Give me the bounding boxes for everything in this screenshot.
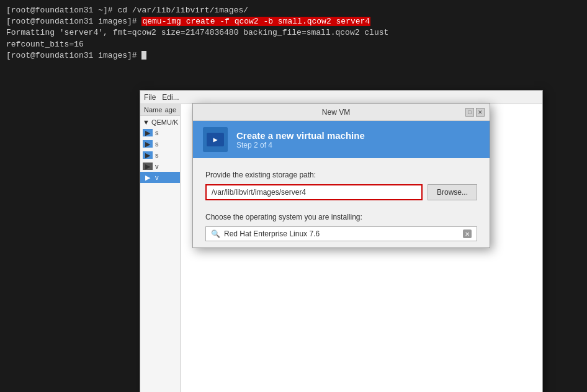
terminal-line-4: refcount_bits=16 <box>6 39 581 50</box>
terminal-line-5: [root@foundation31 images]# <box>6 50 581 61</box>
dialog-maximize-button[interactable]: □ <box>465 108 474 117</box>
virt-manager-window: File Edi... Name age ▼ QEMU/K ▶ s ▶ s <box>140 90 543 392</box>
path-row: Browse... <box>205 184 477 200</box>
storage-path-input[interactable] <box>205 184 423 200</box>
new-vm-dialog: New VM □ ✕ Create a new virtual machine … <box>192 103 490 248</box>
terminal-cursor <box>141 51 146 60</box>
dialog-header-title: Create a new virtual machine <box>236 130 365 141</box>
dialog-header-subtitle: Step 2 of 4 <box>236 141 365 149</box>
monitor-icon <box>207 133 224 146</box>
dialog-close-button[interactable]: ✕ <box>476 108 485 117</box>
dialog-title: New VM <box>207 108 465 117</box>
os-input[interactable] <box>224 229 459 238</box>
dialog-header-text: Create a new virtual machine Step 2 of 4 <box>236 130 365 149</box>
dialog-overlay: New VM □ ✕ Create a new virtual machine … <box>140 91 542 392</box>
dialog-titlebar: New VM □ ✕ <box>193 104 490 121</box>
dialog-body: Provide the existing storage path: Brows… <box>193 158 490 247</box>
terminal-line-3: Formatting 'server4', fmt=qcow2 size=214… <box>6 27 581 38</box>
storage-label: Provide the existing storage path: <box>205 171 477 179</box>
os-input-row: 🔍 ✕ <box>205 226 477 241</box>
new-vm-icon <box>203 127 228 152</box>
terminal-line-2: [root@foundation31 images]# qemu-img cre… <box>6 16 581 27</box>
highlighted-command: qemu-img create -f qcow2 -b small.qcow2 … <box>141 17 370 26</box>
os-label: Choose the operating system you are inst… <box>205 213 477 221</box>
terminal-line-1: [root@foundation31 ~]# cd /var/lib/libvi… <box>6 5 581 16</box>
dialog-header-band: Create a new virtual machine Step 2 of 4 <box>193 121 490 158</box>
browse-button[interactable]: Browse... <box>428 184 477 200</box>
os-search-icon: 🔍 <box>211 229 220 238</box>
os-clear-button[interactable]: ✕ <box>463 229 472 238</box>
